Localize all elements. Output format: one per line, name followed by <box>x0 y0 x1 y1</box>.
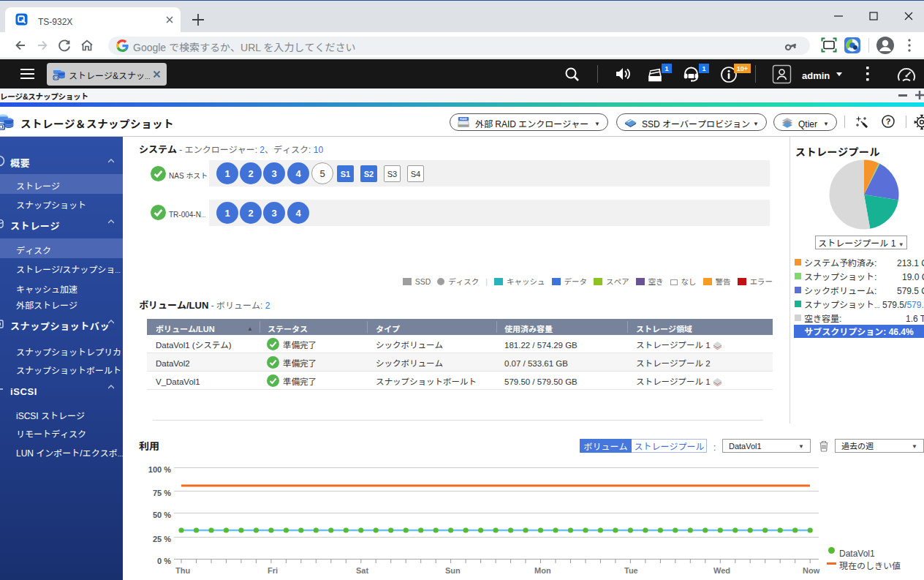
svg-text:?: ? <box>886 115 891 127</box>
svg-text:RAID: RAID <box>460 116 467 121</box>
